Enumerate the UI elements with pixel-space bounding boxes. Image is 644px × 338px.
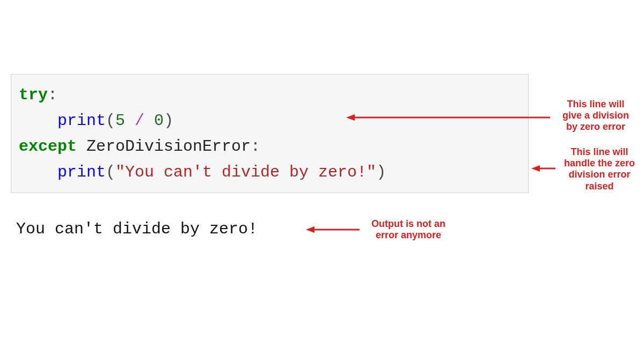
keyword-try: try (19, 86, 48, 104)
fn-print: print (57, 163, 106, 181)
code-block: try: print(5 / 0) except ZeroDivisionErr… (11, 74, 529, 193)
paren-close: ) (164, 112, 173, 130)
arrow-3 (306, 225, 360, 226)
paren-open: ( (106, 112, 115, 130)
colon: : (251, 137, 260, 156)
arrow-2 (531, 164, 555, 165)
svg-marker-5 (306, 226, 314, 233)
annotation-2: This line will handle the zero division … (557, 146, 642, 192)
colon: : (48, 86, 57, 104)
paren-close: ) (376, 163, 386, 181)
paren-open: ( (106, 163, 115, 181)
output-text: You can't divide by zero! (16, 220, 258, 238)
keyword-except: except (19, 137, 77, 156)
code-line-4: print("You can't divide by zero!") (19, 159, 521, 185)
number-0: 0 (154, 112, 164, 130)
number-5: 5 (115, 112, 125, 130)
annotation-3: Output is not an error anymore (363, 218, 454, 241)
svg-marker-3 (531, 165, 540, 172)
svg-marker-1 (346, 114, 355, 121)
operator-divide: / (135, 112, 144, 130)
fn-print: print (57, 112, 106, 130)
exception-name: ZeroDivisionError (86, 137, 251, 156)
arrow-1 (346, 113, 550, 114)
string-literal: "You can't divide by zero!" (115, 163, 376, 181)
code-line-1: try: (19, 82, 521, 108)
code-line-3: except ZeroDivisionError: (19, 134, 521, 159)
annotation-1: This line will give a division by zero e… (553, 99, 639, 133)
